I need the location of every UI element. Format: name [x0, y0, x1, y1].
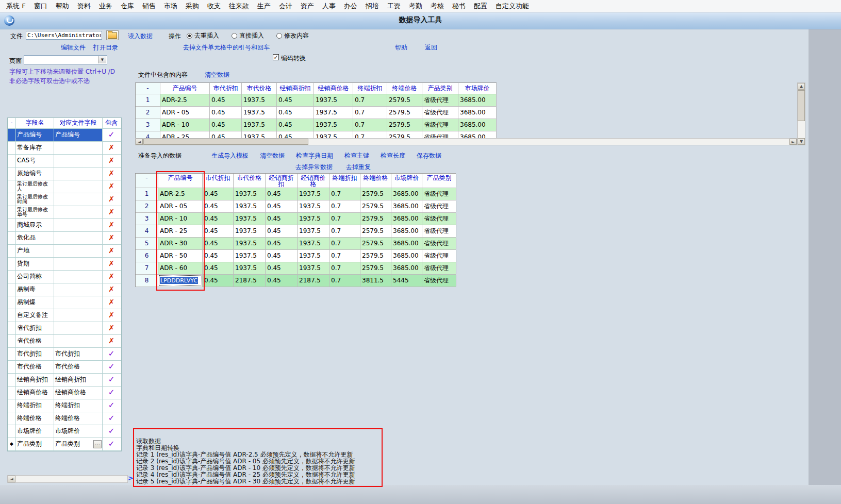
field-table-row[interactable]: 省代价格✗	[8, 335, 121, 348]
cell[interactable]: 3685.00	[391, 250, 422, 262]
radio-icon[interactable]	[187, 33, 192, 39]
mapped-field-cell[interactable]	[54, 155, 103, 167]
cell[interactable]: 0.7	[353, 94, 387, 106]
table-row-1[interactable]: 1ADR-2.50.451937.50.451937.50.72579.5省级代…	[136, 94, 497, 107]
mapped-field-cell[interactable]	[54, 258, 103, 270]
include-cell[interactable]: ✗	[103, 245, 120, 257]
row-number[interactable]: 4	[136, 225, 158, 237]
cell[interactable]: 0.45	[266, 213, 298, 225]
cell[interactable]: 2579.5	[360, 188, 391, 200]
field-name-cell[interactable]: 公司简称	[16, 271, 54, 283]
cell[interactable]: ADR-2.5	[160, 94, 210, 106]
cell[interactable]: 0.45	[203, 275, 234, 287]
cell[interactable]: 1937.5	[298, 262, 329, 274]
cell[interactable]: 0.45	[203, 250, 234, 262]
column-header-9[interactable]: 市场牌价	[458, 83, 497, 94]
field-table-row[interactable]: 货期✗	[8, 258, 121, 271]
field-name-cell[interactable]: 易制爆	[16, 296, 54, 309]
field-table-row[interactable]: 终端价格终端价格✓	[8, 412, 121, 425]
splitter-expand-arrow[interactable]: >	[128, 474, 134, 482]
include-cell[interactable]: ✗	[103, 167, 120, 180]
cell[interactable]: 3685.00	[391, 225, 422, 237]
field-name-cell[interactable]: 危化品	[16, 232, 54, 244]
cell[interactable]: ADR - 10	[160, 119, 210, 131]
cell[interactable]: 省级代理	[422, 275, 456, 287]
column-header-0[interactable]: -	[136, 83, 160, 94]
field-name-cell[interactable]: 产品编号	[16, 129, 54, 141]
mapped-field-cell[interactable]	[54, 296, 103, 309]
field-table-row[interactable]: 常备库存✗	[8, 142, 121, 155]
cell[interactable]: 0.45	[277, 107, 314, 119]
cell[interactable]: 2579.5	[360, 250, 391, 262]
radio-icon[interactable]	[232, 33, 237, 39]
vscroll-thumb[interactable]	[798, 90, 805, 121]
field-name-cell[interactable]: 常备库存	[16, 142, 54, 154]
cell[interactable]: 0.45	[277, 119, 314, 131]
menu-item-9[interactable]: 收支	[203, 1, 225, 12]
menu-item-22[interactable]: 自定义功能	[491, 1, 533, 12]
field-name-cell[interactable]: 易制毒	[16, 283, 54, 296]
row-number[interactable]: 3	[136, 119, 160, 131]
field-table-row[interactable]: 原始编号✗	[8, 167, 121, 180]
field-name-cell[interactable]: 省代折扣	[16, 322, 54, 334]
menu-item-5[interactable]: 仓库	[117, 1, 138, 12]
row-number[interactable]: 1	[136, 188, 158, 200]
cell[interactable]: 2187.5	[234, 275, 266, 287]
cell[interactable]: 0.45	[203, 225, 234, 237]
cell[interactable]: 0.7	[329, 250, 360, 262]
field-table-row[interactable]: 商城显示✗	[8, 219, 121, 232]
cell[interactable]: ADR - 05	[158, 200, 203, 212]
field-table-row[interactable]: 采订最后修改人✗	[8, 180, 121, 193]
mapped-field-cell[interactable]	[54, 232, 103, 244]
include-cell[interactable]: ✗	[103, 180, 120, 193]
cell[interactable]: 3685.00	[391, 262, 422, 274]
field-table-row[interactable]: 市代折扣市代折扣✓	[8, 348, 121, 361]
cell[interactable]: 3685.00	[391, 238, 422, 249]
cell[interactable]: 省级代理	[422, 107, 458, 119]
cell[interactable]: 1937.5	[242, 94, 277, 106]
import-action-link2-0[interactable]: 去掉异常数据	[295, 163, 333, 172]
menu-item-17[interactable]: 工资	[383, 1, 405, 12]
include-cell[interactable]: ✓	[103, 438, 120, 450]
file-content-grid-vscrollbar[interactable]: ▲ ▼	[797, 82, 805, 145]
cell[interactable]: 1937.5	[234, 250, 266, 262]
column-header-3[interactable]: 市代价格	[242, 83, 277, 94]
table-row-3[interactable]: 3ADR - 100.451937.50.451937.50.72579.5省级…	[136, 119, 497, 131]
field-name-cell[interactable]: 货期	[16, 258, 54, 270]
cell[interactable]: 1937.5	[314, 107, 353, 119]
cell[interactable]: ADR-2.5	[158, 188, 203, 200]
table-row-1[interactable]: 1ADR-2.50.451937.50.451937.50.72579.5368…	[136, 188, 456, 200]
include-cell[interactable]: ✓	[103, 129, 120, 141]
cell[interactable]: LPDDDRLVYC	[158, 275, 203, 287]
include-cell[interactable]: ✓	[103, 399, 120, 412]
radio-icon[interactable]	[276, 33, 282, 39]
cell[interactable]: 1937.5	[298, 238, 329, 249]
column-header-7[interactable]: 终端价格	[360, 174, 391, 188]
cell[interactable]: 1937.5	[234, 200, 266, 212]
file-path-input[interactable]	[26, 31, 102, 40]
include-cell[interactable]: ✗	[103, 335, 120, 347]
column-header-5[interactable]: 经销商价格	[314, 83, 353, 94]
cell[interactable]: 0.7	[329, 262, 360, 274]
row-number[interactable]: 5	[136, 238, 158, 249]
cell[interactable]: 0.45	[266, 250, 298, 262]
chevron-down-icon[interactable]: ▼	[98, 56, 106, 63]
field-name-cell[interactable]: 原始编号	[16, 167, 54, 180]
cell[interactable]: ADR - 60	[158, 262, 203, 274]
mapped-field-cell[interactable]	[54, 322, 103, 334]
mapped-field-cell[interactable]: 终端价格	[54, 412, 103, 425]
cell[interactable]: 2187.5	[298, 275, 329, 287]
cell[interactable]: 2579.5	[360, 238, 391, 249]
field-table-row[interactable]: 市场牌价市场牌价✓	[8, 425, 121, 438]
table-row-7[interactable]: 7ADR - 600.451937.50.451937.50.72579.536…	[136, 262, 456, 275]
table-row-5[interactable]: 5ADR - 300.451937.50.451937.50.72579.536…	[136, 238, 456, 250]
page-select[interactable]: ▼	[24, 55, 107, 64]
cell[interactable]: 省级代理	[422, 94, 458, 106]
field-name-cell[interactable]: 市代折扣	[16, 348, 54, 360]
mapped-field-cell[interactable]	[54, 206, 103, 219]
selected-cell-text[interactable]: LPDDDRLVYC	[160, 277, 198, 284]
cell[interactable]: 1937.5	[234, 225, 266, 237]
table-row-4[interactable]: 4ADR - 250.451937.50.451937.50.72579.536…	[136, 225, 456, 238]
cell[interactable]: 0.45	[266, 225, 298, 237]
table-row-3[interactable]: 3ADR - 100.451937.50.451937.50.72579.536…	[136, 213, 456, 225]
